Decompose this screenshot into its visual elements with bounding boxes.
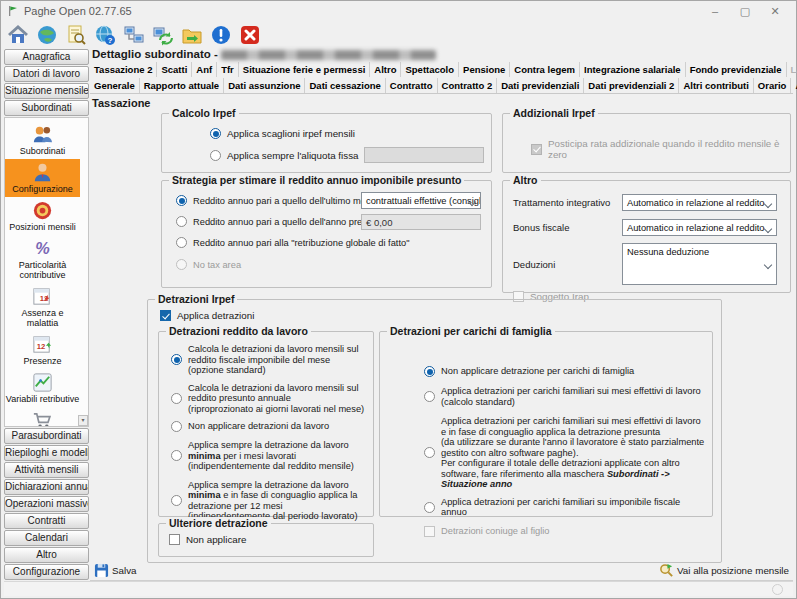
document-search-button[interactable] (64, 23, 88, 47)
sidebar-section-operazioni-massive[interactable]: Operazioni massive (4, 496, 89, 512)
radio-label: Calcola le detrazioni da lavoro mensili … (188, 344, 367, 376)
tab-contratto[interactable]: Contratto (386, 78, 438, 93)
radio-carichi-imponibile-annuo[interactable] (424, 502, 435, 513)
sidebar-bottom-sections: Parasubordinati Riepiloghi e modelli Att… (4, 428, 89, 581)
sidebar-section-dichiarazioni-annuali[interactable]: Dichiarazioni annuali (4, 479, 89, 495)
minimize-button[interactable]: – (700, 1, 730, 21)
goto-monthly-position-button[interactable]: Vai alla posizione mensile (659, 563, 789, 578)
tab-fondo-previdenziale[interactable]: Fondo previdenziale (686, 62, 787, 77)
footer-bar: Salva Vai alla posizione mensile (90, 560, 793, 581)
network-button[interactable] (122, 23, 146, 47)
radio-label: Applica detrazioni per carichi familiari… (441, 416, 706, 490)
radio-reddito-anno-precedente[interactable] (176, 216, 187, 227)
world-button[interactable] (35, 23, 59, 47)
svg-text:?: ? (108, 36, 113, 45)
folder-transfer-button[interactable] (180, 23, 204, 47)
network-icon (123, 24, 145, 46)
sidebar-item-variabili-retributive[interactable]: Variabili retributive (5, 369, 80, 407)
group-title: Strategia per stimare il reddito annuo i… (169, 174, 464, 186)
tab-altri-contributi[interactable]: Altri contributi (679, 78, 753, 93)
tab-contra-legem[interactable]: Contra legem (510, 62, 580, 77)
tab-pensione[interactable]: Pensione (459, 62, 510, 77)
tab-spettacolo[interactable]: Spettacolo (401, 62, 459, 77)
tab-orario[interactable]: Orario (754, 78, 792, 93)
sidebar-item-presenze[interactable]: 12 Presenze (5, 331, 80, 369)
tab-situazione-ferie[interactable]: Situazione ferie e permessi (239, 62, 371, 77)
sidebar-section-datori-di-lavoro[interactable]: Datori di lavoro (4, 66, 89, 82)
trattamento-integrativo-label: Trattamento integrativo (513, 197, 616, 208)
synchronize-button[interactable] (151, 23, 175, 47)
trattamento-integrativo-dropdown[interactable]: Automatico in relazione al reddito (622, 194, 777, 211)
info-button[interactable] (209, 23, 233, 47)
sidebar-item-configurazione[interactable]: Configurazione (5, 159, 80, 197)
tab-integrazione-salariale[interactable]: Integrazione salariale (580, 62, 686, 77)
radio-applica-scaglioni[interactable] (210, 128, 221, 139)
checkbox-non-applicare-ulteriore[interactable] (169, 534, 180, 545)
calendar-green-icon: 12 (31, 333, 54, 356)
sidebar-section-riepiloghi-e-modelli[interactable]: Riepiloghi e modelli (4, 445, 89, 461)
tab-anf[interactable]: Anf (192, 62, 217, 77)
exit-button[interactable] (238, 23, 262, 47)
web-help-button[interactable]: ? (93, 23, 117, 47)
goto-monthly-position-label: Vai alla posizione mensile (677, 565, 789, 576)
radio-detrazione-minima-conguaglio[interactable] (171, 495, 182, 506)
tab-contratto-2[interactable]: Contratto 2 (438, 78, 498, 93)
sidebar-section-configurazione[interactable]: Configurazione (4, 564, 89, 580)
sidebar-section-calendari[interactable]: Calendari (4, 530, 89, 546)
sidebar-scroll-down[interactable]: ▾ (78, 415, 88, 426)
sidebar-section-attivita-mensili[interactable]: Attività mensili (4, 462, 89, 478)
tab-tassazione-2[interactable]: Tassazione 2 (90, 62, 157, 77)
tab-altro[interactable]: Altro (370, 62, 401, 77)
group-title: Detrazioni reddito da lavoro (166, 325, 311, 337)
tab-rapporto-attuale[interactable]: Rapporto attuale (140, 78, 224, 93)
radio-retribuzione-globale[interactable] (176, 237, 187, 248)
sidebar-item-dati-particolari[interactable]: Dati particolari (5, 407, 80, 427)
radio-non-applicare-detrazioni-lavoro[interactable] (171, 421, 182, 432)
sidebar-section-anagrafica[interactable]: Anagrafica (4, 49, 89, 65)
tab-assicurazione[interactable]: Assicurazione (791, 78, 797, 93)
radio-aliquota-fissa[interactable] (210, 150, 221, 161)
radio-label: Applica sempre la detrazione da lavoro m… (188, 480, 367, 522)
world-icon (36, 24, 58, 46)
radio-detrazione-minima-mesi-lavorati[interactable] (171, 450, 182, 461)
radio-label: Reddito annuo pari alla "retribuzione gl… (193, 238, 409, 248)
radio-non-applicare-carichi-famiglia[interactable] (424, 366, 435, 377)
tab-generale[interactable]: Generale (90, 78, 140, 93)
mensilita-dropdown[interactable]: contrattuali effettive (consigliato) (361, 192, 481, 209)
group-detrazioni-lavoro: Detrazioni reddito da lavoro Calcola le … (158, 331, 374, 517)
tab-tfr[interactable]: Tfr (217, 62, 239, 77)
search-go-icon (659, 563, 674, 578)
tab-scatti[interactable]: Scatti (157, 62, 192, 77)
sidebar-section-contratti[interactable]: Contratti (4, 513, 89, 529)
sidebar-section-altro[interactable]: Altro (4, 547, 89, 563)
home-button[interactable] (6, 23, 30, 47)
tab-dati-previdenziali[interactable]: Dati previdenziali (497, 78, 584, 93)
group-strategia: Strategia per stimare il reddito annuo i… (161, 180, 492, 288)
close-button[interactable]: ✕ (760, 1, 790, 21)
deduzioni-dropdown[interactable]: Nessuna deduzione (622, 243, 777, 285)
tab-dati-assunzione[interactable]: Dati assunzione (224, 78, 305, 93)
maximize-button[interactable]: ▢ (730, 1, 760, 21)
sidebar-item-particolarita-contributive[interactable]: % Particolarità contributive (5, 235, 80, 283)
bonus-fiscale-dropdown[interactable]: Automatico in relazione al reddito (622, 219, 777, 236)
sidebar-section-parasubordinati[interactable]: Parasubordinati (4, 428, 89, 444)
sidebar-item-subordinati[interactable]: Subordinati (5, 121, 80, 159)
radio-detrazioni-imponibile-mese[interactable] (171, 354, 182, 365)
sidebar-section-subordinati[interactable]: Subordinati (4, 100, 89, 116)
radio-reddito-ultimo-mese[interactable] (176, 195, 187, 206)
aliquota-fissa-field[interactable] (364, 147, 484, 163)
radio-carichi-conguaglio-presunta[interactable] (424, 447, 435, 458)
save-button[interactable]: Salva (94, 563, 137, 578)
sidebar-item-posizioni-mensili[interactable]: Posizioni mensili (5, 197, 80, 235)
sidebar-item-label: Variabili retributive (6, 394, 79, 404)
radio-carichi-mesi-effettivi[interactable] (424, 391, 435, 402)
radio-detrazioni-presunto-annuale[interactable] (171, 393, 182, 404)
sidebar-item-label: Presenze (23, 356, 61, 366)
sidebar-section-situazione-mensile[interactable]: Situazione mensile (4, 83, 89, 99)
tab-dati-cessazione[interactable]: Dati cessazione (305, 78, 385, 93)
checkbox-applica-detrazioni[interactable] (160, 310, 171, 321)
tab-dati-previdenziali-2[interactable]: Dati previdenziali 2 (584, 78, 679, 93)
web-help-icon: ? (94, 24, 116, 46)
group-altro: Altro Trattamento integrativo Automatico… (502, 180, 791, 293)
sidebar-item-assenza-e-malattia[interactable]: 12 Assenza e malattia (5, 283, 80, 331)
